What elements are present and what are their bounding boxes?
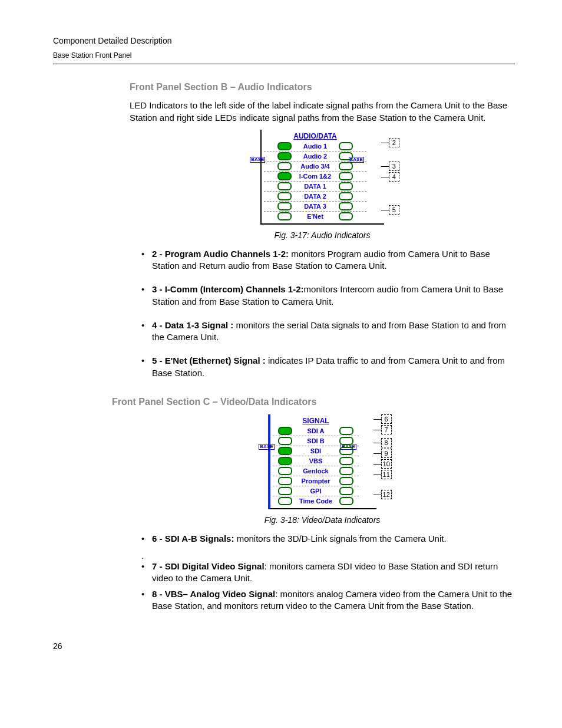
row-label: Audio 2	[295, 153, 335, 160]
row-label: DATA 3	[295, 203, 335, 210]
callout-box: 7	[381, 425, 392, 434]
section-c-heading: Front Panel Section C – Video/Data Indic…	[112, 397, 515, 407]
list-item: 6 - SDI A-B Signals: monitors the 3D/D-L…	[141, 533, 515, 545]
callout-box: 11	[381, 470, 392, 479]
led-icon	[278, 487, 292, 495]
led-icon	[339, 192, 353, 200]
led-icon	[339, 202, 353, 210]
header-rule	[53, 64, 515, 64]
callout-box: 12	[381, 490, 392, 499]
section-b-intro: LED Indicators to the left side of the l…	[130, 100, 515, 124]
led-icon	[339, 467, 353, 475]
row-label: VBS	[296, 457, 336, 465]
bullet-lead: 2 - Program Audio Channels 1-2:	[152, 249, 289, 259]
callout-box: 9	[381, 449, 392, 458]
list-item: 7 - SDI Digital Video Signal: monitors c…	[141, 561, 515, 585]
bullet-lead: 5 - E'Net (Ethernet) Signal :	[152, 355, 266, 365]
led-icon	[277, 192, 292, 200]
led-icon	[339, 182, 353, 190]
row-label: Time Code	[296, 498, 336, 505]
led-icon	[339, 487, 353, 495]
section-c-bullets: 6 - SDI A-B Signals: monitors the 3D/D-L…	[141, 533, 515, 545]
led-icon	[277, 182, 292, 190]
row-label: I-Com 1&2	[295, 173, 335, 180]
row-label: SDI A	[296, 427, 336, 434]
list-item: 8 - VBS– Analog Video Signal: monitors a…	[141, 588, 515, 612]
bullet-rest: monitors the 3D/D-Link signals from the …	[234, 533, 446, 543]
callout-box: 5	[389, 205, 399, 215]
row-label: Prompter	[296, 477, 336, 485]
row-label: Audio 3/4	[295, 163, 335, 170]
list-item: 5 - E'Net (Ethernet) Signal : indicates …	[141, 355, 515, 379]
row-label: Audio 1	[295, 143, 335, 150]
led-icon	[339, 212, 353, 220]
led-icon	[339, 427, 353, 435]
figure-audio-indicators: AUDIO/DATA BASE BASE Audio 1 Audio 2 Aud…	[130, 130, 515, 225]
bullet-lead: 6 - SDI A-B Signals:	[152, 533, 234, 543]
led-icon	[277, 202, 292, 210]
panel-side-label-left: BASE	[259, 444, 274, 450]
row-label: E'Net	[295, 213, 335, 220]
led-icon	[277, 152, 292, 160]
row-label: Genlock	[296, 467, 336, 475]
led-icon	[339, 437, 353, 445]
row-label: GPI	[296, 487, 336, 495]
led-icon	[339, 457, 353, 465]
led-icon	[277, 162, 292, 170]
section-b-heading: Front Panel Section B – Audio Indicators	[130, 82, 515, 93]
led-icon	[339, 162, 353, 170]
page-number: 26	[53, 641, 515, 651]
figure-video-indicators: SIGNAL BASE BASE SDI A SDI B SDI VBS Gen…	[130, 414, 515, 509]
figure-video-caption: Fig. 3-18: Video/Data Indicators	[130, 515, 515, 525]
callout-box: 2	[389, 138, 399, 147]
led-icon	[339, 477, 353, 485]
callout-box: 8	[381, 438, 392, 447]
stray-period: .	[141, 551, 515, 561]
audio-panel-title: AUDIO/DATA	[264, 132, 366, 141]
audio-panel: AUDIO/DATA BASE BASE Audio 1 Audio 2 Aud…	[260, 130, 384, 225]
header-line-2: Base Station Front Panel	[53, 51, 515, 61]
led-icon	[278, 457, 292, 465]
led-icon	[278, 497, 292, 505]
led-icon	[339, 152, 353, 160]
led-icon	[278, 427, 292, 435]
led-icon	[277, 172, 292, 180]
callout-box: 4	[389, 172, 399, 182]
callout-box: 6	[381, 414, 392, 424]
led-icon	[339, 172, 353, 180]
led-icon	[277, 142, 292, 150]
row-label: SDI	[296, 447, 336, 454]
bullet-lead: 8 - VBS– Analog Video Signal	[152, 589, 275, 599]
section-c-bullets-2: 7 - SDI Digital Video Signal: monitors c…	[141, 561, 515, 612]
callout-box: 3	[389, 162, 399, 171]
figure-audio-caption: Fig. 3-17: Audio Indicators	[130, 230, 515, 240]
list-item: 4 - Data 1-3 Signal : monitors the seria…	[141, 319, 515, 344]
row-label: DATA 1	[295, 183, 335, 190]
signal-panel-title: SIGNAL	[273, 417, 358, 426]
bullet-lead: 3 - I-Comm (Intercom) Channels 1-2:	[152, 284, 304, 294]
led-icon	[278, 447, 292, 455]
led-icon	[339, 142, 353, 150]
panel-side-label-left: BASE	[250, 157, 265, 163]
bullet-lead: 7 - SDI Digital Video Signal	[152, 561, 265, 571]
row-label: DATA 2	[295, 193, 335, 200]
led-icon	[339, 497, 353, 505]
signal-panel: SIGNAL BASE BASE SDI A SDI B SDI VBS Gen…	[268, 414, 376, 509]
section-b-bullets: 2 - Program Audio Channels 1-2: monitors…	[141, 248, 515, 379]
list-item: 2 - Program Audio Channels 1-2: monitors…	[141, 248, 515, 272]
callout-box: 10	[381, 459, 392, 469]
bullet-lead: 4 - Data 1-3 Signal :	[152, 320, 233, 330]
led-icon	[278, 477, 292, 485]
led-icon	[278, 437, 292, 445]
header-line-1: Component Detailed Description	[53, 35, 515, 47]
led-icon	[278, 467, 292, 475]
led-icon	[339, 447, 353, 455]
row-label: SDI B	[296, 437, 336, 444]
led-icon	[277, 212, 292, 220]
list-item: 3 - I-Comm (Intercom) Channels 1-2:monit…	[141, 284, 515, 308]
